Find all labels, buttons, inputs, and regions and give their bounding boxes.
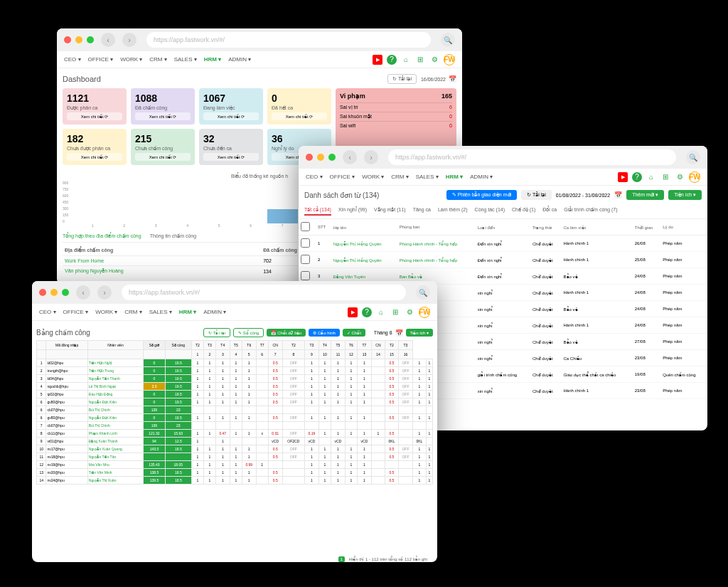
menu-admin[interactable]: ADMIN ▾ [228, 56, 251, 63]
utility-button[interactable]: Tiện ích ▾ [406, 329, 433, 337]
menu-hrm[interactable]: HRM ▾ [179, 309, 196, 315]
table-row[interactable]: 14nv24@hpuNguyễn Thị Xuân139.518.5111110… [37, 477, 433, 485]
url-bar[interactable]: https://app.fastwork.vn/#/ [388, 149, 676, 165]
filter-tab[interactable]: Xin nghỉ (99) [338, 207, 367, 216]
menu-ceo[interactable]: CEO ▾ [39, 309, 56, 315]
table-row[interactable]: 6cb07@hpuBùi Thị Chính13923 [37, 406, 433, 414]
minimize-icon[interactable] [317, 154, 324, 161]
menu-hrm[interactable]: HRM ▾ [446, 174, 463, 180]
home-icon[interactable]: ⌂ [376, 307, 386, 317]
maximize-icon[interactable] [328, 154, 336, 161]
close-icon[interactable] [39, 289, 46, 296]
menu-crm[interactable]: CRM ▾ [391, 174, 408, 180]
settings-icon[interactable]: ⚙ [429, 55, 439, 65]
menu-office[interactable]: OFFICE ▾ [63, 309, 89, 315]
maximize-icon[interactable] [87, 36, 94, 43]
menu-admin[interactable]: ADMIN ▾ [203, 309, 226, 315]
filter-tab[interactable]: Giải trình chấm công (7) [564, 207, 617, 216]
close-icon[interactable] [306, 154, 313, 161]
search-icon[interactable]: 🔍 [416, 285, 430, 300]
url-bar[interactable]: https://app.fastwork.vn/#/ [146, 32, 431, 48]
menu-admin[interactable]: ADMIN ▾ [470, 174, 493, 180]
filter-tab[interactable]: Tất cả (134) [304, 207, 331, 216]
youtube-icon[interactable]: ▶ [373, 55, 382, 65]
youtube-icon[interactable]: ▶ [348, 307, 358, 317]
view-detail-button[interactable]: Xem chi tiết ⟳ [67, 112, 122, 120]
filter-tab[interactable]: Chế độ (1) [512, 207, 535, 216]
finalize-button[interactable]: ✓ Chốt [343, 329, 365, 337]
forward-button[interactable]: › [364, 150, 378, 164]
back-button[interactable]: ‹ [343, 150, 357, 164]
calendar-icon[interactable]: 📅 [395, 329, 403, 337]
lock-data-button[interactable]: 📅 Chốt dữ liệu [267, 329, 306, 337]
table-row[interactable]: 6gv80@hpuNguyễn Đức Kiên019.5111110.5OFF… [37, 398, 433, 406]
view-detail-button[interactable]: Xem chi tiết ⟳ [203, 112, 259, 120]
back-button[interactable]: ‹ [76, 285, 90, 300]
menu-hrm[interactable]: HRM ▾ [204, 56, 221, 63]
calendar-icon[interactable]: 📅 [449, 75, 456, 83]
menu-office[interactable]: OFFICE ▾ [88, 56, 114, 63]
menu-crm[interactable]: CRM ▾ [149, 56, 166, 63]
table-row[interactable]: 6gv80@hpuNguyễn Đức Kiên019.5111110.5OFF… [37, 414, 433, 422]
menu-work[interactable]: WORK ▾ [362, 174, 384, 180]
reload-button[interactable]: ↻ Tải lại [203, 328, 230, 337]
view-detail-button[interactable]: Xem chi tiết ⟳ [203, 153, 259, 161]
view-detail-button[interactable]: Xem chi tiết ⟳ [135, 153, 191, 161]
home-icon[interactable]: ⌂ [401, 55, 411, 65]
apps-icon[interactable]: ⊞ [660, 172, 670, 182]
apps-icon[interactable]: ⊞ [415, 55, 425, 65]
table-row[interactable]: 9vt01@hpuĐặng Xuân Thành9412.511vCDOF2CD… [37, 438, 433, 445]
minimize-icon[interactable] [75, 36, 82, 43]
table-row[interactable]: 5tp02@hpuĐào Hữu Đồng019.5111110.5OFF111… [37, 391, 433, 398]
url-bar[interactable]: https://app.fastwork.vn/#/ [122, 285, 406, 300]
table-row[interactable]: 10nv17@hpuNguyễn Xuân Quang143.518.51111… [37, 445, 433, 453]
filter-tab[interactable]: Công tác (14) [475, 207, 505, 216]
tab-checkin-info[interactable]: Thông tin chấm công [150, 233, 196, 239]
close-icon[interactable] [64, 36, 71, 43]
row-checkbox[interactable] [301, 271, 310, 280]
date-range[interactable]: 01/08/2022 - 31/08/2022 [556, 193, 610, 198]
view-detail-button[interactable]: Xem chi tiết ⟳ [67, 153, 122, 161]
filter-tab[interactable]: Tăng ca [413, 207, 431, 216]
forward-button[interactable]: › [122, 33, 136, 47]
new-ui-button[interactable]: ✎ Phiên bản giao diện mới [446, 190, 517, 200]
menu-office[interactable]: OFFICE ▾ [330, 174, 355, 180]
table-row[interactable]: 13nv20@hpuTrần Văn Minh138.518.5111110.5… [37, 469, 433, 477]
table-row[interactable]: 1ld02@hpuTrần Hữu Nghị019.5111110.5OFF11… [37, 359, 433, 367]
reload-button[interactable]: ↻ Tải lại [387, 74, 417, 84]
table-row[interactable]: 8cb11@hpuPhạm Khánh Linh121.3215.63110.4… [37, 430, 433, 438]
menu-sales[interactable]: SALES ▾ [416, 174, 439, 180]
table-row[interactable]: 3ld04@hpuNguyễn Tiến Thanh019.5111110.5O… [37, 375, 433, 383]
month-selector[interactable]: Tháng 8 [374, 330, 392, 335]
table-row[interactable]: 4ngocltb@hpuLê Thị Bích Ngọc3.519.511111… [37, 383, 433, 391]
utility-button[interactable]: Tiện ích ▾ [668, 190, 702, 200]
workbook-button[interactable]: ✎ Sổ công [233, 328, 264, 337]
row-checkbox[interactable] [301, 238, 310, 248]
youtube-icon[interactable]: ▶ [618, 172, 628, 182]
home-icon[interactable]: ⌂ [646, 172, 656, 182]
filter-tab[interactable]: Đổi ca [542, 207, 557, 216]
calendar-icon[interactable]: 📅 [614, 191, 622, 199]
menu-work[interactable]: WORK ▾ [95, 309, 117, 315]
table-row[interactable]: 1Nguyễn Thị Hồng QuyênPhòng Hành chính -… [299, 236, 707, 252]
help-icon[interactable]: ? [632, 172, 642, 182]
back-button[interactable]: ‹ [101, 33, 115, 47]
search-icon[interactable]: 🔍 [441, 33, 455, 47]
row-checkbox[interactable] [301, 255, 310, 264]
search-icon[interactable]: 🔍 [686, 150, 700, 164]
menu-crm[interactable]: CRM ▾ [124, 309, 141, 315]
help-icon[interactable]: ? [362, 307, 372, 317]
table-row[interactable]: 12nv19@hpuMai Văn Nho135.4318.0511110.99… [37, 461, 433, 469]
menu-sales[interactable]: SALES ▾ [174, 56, 197, 63]
table-row[interactable]: 7cb07@hpuBùi Thị Chính13923 [37, 422, 433, 430]
menu-ceo[interactable]: CEO ▾ [306, 174, 323, 180]
minimize-icon[interactable] [50, 289, 58, 296]
help-icon[interactable]: ? [387, 55, 397, 65]
select-all-checkbox[interactable] [301, 222, 310, 231]
date-display[interactable]: 16/06/2022 [421, 77, 446, 82]
apps-icon[interactable]: ⊞ [390, 307, 400, 317]
settings-icon[interactable]: ⚙ [405, 307, 414, 317]
view-detail-button[interactable]: Xem chi tiết ⟳ [272, 112, 327, 120]
reload-button[interactable]: ↻ Tải lại [521, 190, 552, 200]
tab-location-summary[interactable]: Tổng hợp theo địa điểm chấm công [63, 233, 141, 239]
